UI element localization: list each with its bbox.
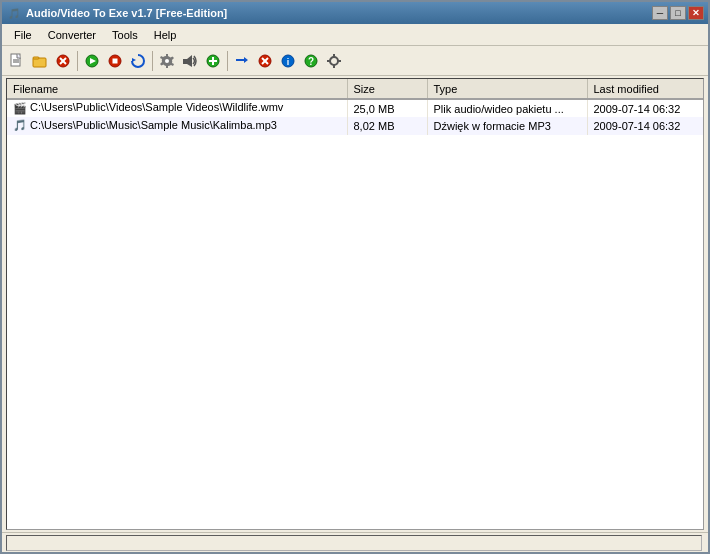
stop-button[interactable]: [104, 50, 126, 72]
title-bar: 🎵 Audio/Video To Exe v1.7 [Free-Edition]…: [2, 2, 708, 24]
menu-tools[interactable]: Tools: [104, 27, 146, 43]
table-row[interactable]: 🎵C:\Users\Public\Music\Sample Music\Kali…: [7, 117, 704, 135]
audio-button[interactable]: [179, 50, 201, 72]
cell-filename: 🎵C:\Users\Public\Music\Sample Music\Kali…: [7, 117, 347, 135]
cell-type: Dźwięk w formacie MP3: [427, 117, 587, 135]
svg-rect-14: [183, 59, 187, 64]
file-icon: 🎬: [13, 102, 27, 116]
cell-size: 8,02 MB: [347, 117, 427, 135]
info-button[interactable]: i: [277, 50, 299, 72]
file-list-container: Filename Size Type Last modified 🎬C:\Use…: [6, 78, 704, 530]
new-button[interactable]: [6, 50, 28, 72]
status-bar: [2, 532, 708, 552]
help-button[interactable]: ?: [300, 50, 322, 72]
col-header-modified[interactable]: Last modified: [587, 79, 704, 99]
svg-point-26: [330, 57, 338, 65]
extra-button[interactable]: [323, 50, 345, 72]
svg-text:i: i: [287, 57, 290, 67]
svg-rect-4: [33, 57, 39, 59]
window-title: Audio/Video To Exe v1.7 [Free-Edition]: [26, 7, 652, 19]
convert-button[interactable]: [231, 50, 253, 72]
app-icon: 🎵: [6, 5, 22, 21]
delete-button[interactable]: [52, 50, 74, 72]
cell-type: Plik audio/wideo pakietu ...: [427, 99, 587, 117]
maximize-button[interactable]: □: [670, 6, 686, 20]
play-button[interactable]: [81, 50, 103, 72]
col-header-type[interactable]: Type: [427, 79, 587, 99]
svg-point-13: [165, 59, 169, 63]
main-window: 🎵 Audio/Video To Exe v1.7 [Free-Edition]…: [0, 0, 710, 554]
menu-converter[interactable]: Converter: [40, 27, 104, 43]
menu-file[interactable]: File: [6, 27, 40, 43]
add-button[interactable]: [202, 50, 224, 72]
menu-help[interactable]: Help: [146, 27, 185, 43]
table-row[interactable]: 🎬C:\Users\Public\Videos\Sample Videos\Wi…: [7, 99, 704, 117]
close-button[interactable]: ✕: [688, 6, 704, 20]
cell-size: 25,0 MB: [347, 99, 427, 117]
cell-modified: 2009-07-14 06:32: [587, 117, 704, 135]
svg-text:?: ?: [308, 56, 314, 67]
settings-button[interactable]: [156, 50, 178, 72]
cell-filename: 🎬C:\Users\Public\Videos\Sample Videos\Wi…: [7, 99, 347, 117]
col-header-size[interactable]: Size: [347, 79, 427, 99]
minimize-button[interactable]: ─: [652, 6, 668, 20]
separator-3: [227, 51, 228, 71]
window-controls: ─ □ ✕: [652, 6, 704, 20]
separator-2: [152, 51, 153, 71]
svg-marker-12: [132, 58, 136, 62]
file-table: Filename Size Type Last modified 🎬C:\Use…: [7, 79, 704, 135]
cell-modified: 2009-07-14 06:32: [587, 99, 704, 117]
open-button[interactable]: [29, 50, 51, 72]
refresh-button[interactable]: [127, 50, 149, 72]
file-icon: 🎵: [13, 119, 27, 133]
menu-bar: File Converter Tools Help: [2, 24, 708, 46]
status-text: [6, 535, 702, 551]
separator-1: [77, 51, 78, 71]
svg-rect-11: [113, 58, 118, 63]
col-header-filename[interactable]: Filename: [7, 79, 347, 99]
toolbar: i ?: [2, 46, 708, 76]
cancel-button[interactable]: [254, 50, 276, 72]
svg-marker-15: [187, 55, 192, 67]
